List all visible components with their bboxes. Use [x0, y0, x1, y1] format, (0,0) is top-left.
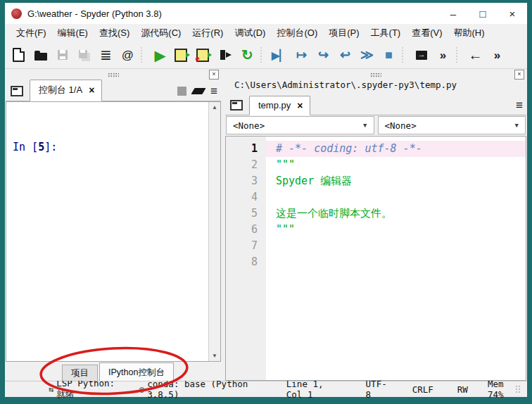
step-return-button[interactable]: ↩ [335, 45, 355, 65]
window-title: G:\weather - Spyder (Python 3.8) [27, 8, 162, 19]
run-cell-advance-icon [196, 49, 209, 62]
menu-item-8[interactable]: 项目(P) [323, 27, 365, 39]
console-scrollbar[interactable]: ▲ ▼ [208, 102, 220, 361]
code-line[interactable]: # -*- coding: utf-8 -*- [266, 141, 526, 157]
menu-item-3[interactable]: 查找(S) [94, 27, 135, 39]
window-controls: – □ × [438, 3, 527, 24]
ipython-console[interactable]: In [5]: ▲ ▼ [6, 101, 221, 362]
menu-item-1[interactable]: 文件(F) [11, 27, 52, 39]
menu-item-5[interactable]: 运行(R) [186, 27, 229, 39]
chevron-down-icon: ▼ [515, 122, 519, 129]
resize-grip[interactable] [515, 385, 521, 393]
outline-explorer-button[interactable]: ≣ [96, 45, 116, 65]
bottom-tab-ipython-console[interactable]: IPython控制台 [99, 362, 174, 381]
function-dropdown-value: <None> [385, 120, 417, 131]
line-number: 8 [226, 254, 266, 270]
tab-close-icon[interactable]: × [297, 102, 303, 109]
menu-item-9[interactable]: 工具(T) [365, 27, 407, 39]
run-cell-button[interactable] [172, 45, 192, 65]
toolbar-separator [141, 47, 146, 63]
menu-item-10[interactable]: 查看(V) [406, 27, 448, 39]
save-all-button [74, 45, 94, 65]
code-line[interactable]: Spyder 编辑器 [266, 173, 526, 189]
cursor-position-status: Line 1, Col 1 [286, 379, 338, 400]
line-number: 4 [226, 189, 266, 206]
code-line[interactable]: 这是一个临时脚本文件。 [266, 206, 526, 222]
toolbar-separator [260, 47, 265, 63]
run-file-button[interactable]: ▶ [150, 45, 170, 65]
scroll-up-icon[interactable]: ▲ [212, 104, 217, 111]
tab-close-icon[interactable]: × [89, 87, 94, 94]
code-line[interactable] [266, 254, 526, 270]
line-number: 6 [226, 222, 266, 238]
save-icon [58, 50, 68, 60]
drag-handle-icon[interactable] [108, 72, 119, 77]
run-current-line-button[interactable]: ↦ [291, 45, 312, 65]
line-number: 1 [226, 141, 266, 157]
run-current-line-icon: ↦ [296, 49, 307, 61]
step-into-button[interactable]: ↪ [313, 45, 334, 65]
code-line[interactable] [266, 189, 526, 206]
bottom-tab-projects[interactable]: 项目 [62, 365, 98, 381]
rerun-cell-button[interactable]: ↻ [237, 45, 258, 65]
debug-file-button[interactable]: ▶▏ [270, 45, 290, 65]
toolbar-overflow-button[interactable]: » [433, 45, 453, 65]
outline-selectors: <None> ▼ <None> ▼ [225, 115, 526, 136]
continue-button[interactable]: ≫ [357, 45, 377, 65]
editor-pane-close-button[interactable]: × [514, 70, 524, 80]
main-area: × 控制台 1/A × ≡ In [5]: ▲ ▼ [5, 69, 527, 381]
line-number: 5 [226, 206, 266, 222]
code-line[interactable]: """ [266, 222, 526, 238]
code-editor[interactable]: 12345678 # -*- coding: utf-8 -*-"""Spyde… [225, 136, 526, 381]
debug-file-icon: ▶▏ [272, 50, 288, 61]
menu-item-11[interactable]: 帮助(H) [448, 27, 490, 39]
code-line[interactable] [266, 238, 526, 254]
run-cell-advance-button[interactable] [194, 45, 214, 65]
open-file-button[interactable] [30, 45, 51, 65]
open-file-icon [34, 53, 47, 61]
new-file-button[interactable] [8, 45, 29, 65]
stop-debug-icon: ■ [385, 49, 393, 61]
maximize-button[interactable]: □ [468, 3, 498, 24]
line-number-gutter: 12345678 [226, 137, 266, 380]
console-options-menu-icon[interactable]: ≡ [210, 87, 217, 96]
browse-tabs-icon[interactable] [11, 86, 23, 96]
stop-debug-button[interactable]: ■ [379, 45, 399, 65]
menu-item-7[interactable]: 控制台(O) [271, 27, 323, 39]
clear-console-icon[interactable] [191, 88, 205, 94]
console-pane-close-button[interactable]: × [209, 70, 219, 80]
code-line[interactable]: """ [266, 157, 526, 173]
editor-pane: × C:\Users\Administrator\.spyder-py3\tem… [225, 69, 526, 381]
browse-tabs-icon[interactable] [230, 100, 243, 111]
class-dropdown-value: <None> [233, 120, 265, 131]
back-button[interactable]: ← [465, 45, 486, 65]
menu-item-4[interactable]: 源代码(C) [135, 27, 186, 39]
run-selection-button[interactable] [215, 45, 236, 65]
line-number: 2 [226, 157, 266, 173]
function-dropdown[interactable]: <None> ▼ [378, 116, 526, 134]
maximize-pane-icon [416, 51, 427, 60]
toolbar-separator [456, 47, 461, 63]
scroll-down-icon[interactable]: ▼ [212, 353, 217, 359]
line-number: 3 [226, 173, 266, 189]
minimize-button[interactable]: – [438, 3, 468, 24]
maximize-pane-button[interactable] [411, 45, 431, 65]
memory-status: Mem 74% [488, 379, 515, 400]
nav-overflow-button[interactable]: » [487, 45, 507, 65]
code-area[interactable]: # -*- coding: utf-8 -*-"""Spyder 编辑器这是一个… [266, 137, 526, 380]
conda-status-icon: ◎ [139, 384, 144, 394]
menu-item-6[interactable]: 调试(D) [229, 27, 271, 39]
drag-handle-icon[interactable] [370, 72, 381, 77]
tab-temp-py[interactable]: temp.py × [249, 96, 310, 115]
editor-options-menu-icon[interactable]: ≡ [516, 101, 523, 110]
tab-console-1a[interactable]: 控制台 1/A × [30, 80, 102, 101]
editor-tab-buttons: ≡ [516, 101, 523, 115]
find-symbols-button[interactable]: @ [118, 45, 138, 65]
class-dropdown[interactable]: <None> ▼ [226, 116, 374, 134]
menu-item-2[interactable]: 编辑(E) [52, 27, 94, 39]
continue-icon: ≫ [360, 49, 374, 61]
spyder-window: G:\weather - Spyder (Python 3.8) – □ × 文… [5, 3, 527, 397]
encoding-status: UTF-8 [366, 379, 387, 400]
console-output[interactable]: In [5]: [6, 102, 208, 361]
close-button[interactable]: × [498, 3, 527, 24]
